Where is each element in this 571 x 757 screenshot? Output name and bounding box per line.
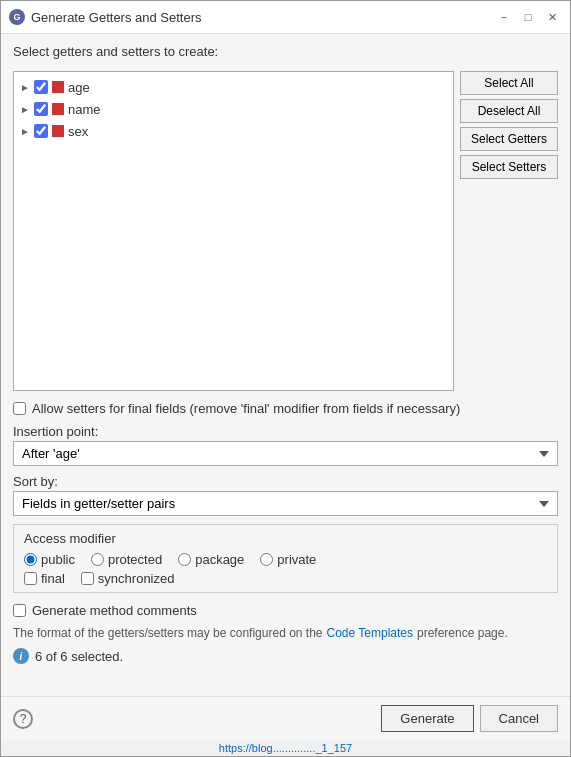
insertion-point-label: Insertion point: xyxy=(13,424,558,439)
radio-package-label[interactable]: package xyxy=(195,552,244,567)
maximize-button[interactable]: □ xyxy=(518,7,538,27)
window-controls: − □ ✕ xyxy=(494,7,562,27)
radio-package-input[interactable] xyxy=(178,553,191,566)
checkbox-final: final xyxy=(24,571,65,586)
tree-area: ► age ► name ► sex xyxy=(13,71,558,391)
generate-comments-row: Generate method comments xyxy=(13,603,558,618)
close-button[interactable]: ✕ xyxy=(542,7,562,27)
section-label: Select getters and setters to create: xyxy=(13,44,558,59)
deselect-all-button[interactable]: Deselect All xyxy=(460,99,558,123)
selected-count-row: i 6 of 6 selected. xyxy=(13,648,558,664)
generate-button[interactable]: Generate xyxy=(381,705,473,732)
window-title: Generate Getters and Setters xyxy=(31,10,494,25)
checkbox-synchronized: synchronized xyxy=(81,571,175,586)
sort-by-label: Sort by: xyxy=(13,474,558,489)
info-icon: i xyxy=(13,648,29,664)
allow-setters-checkbox[interactable] xyxy=(13,402,26,415)
field-icon-name xyxy=(52,103,64,115)
help-icon[interactable]: ? xyxy=(13,709,33,729)
tree-label-age: age xyxy=(68,80,90,95)
generate-comments-checkbox[interactable] xyxy=(13,604,26,617)
access-modifier-group: Access modifier public protected package… xyxy=(13,524,558,593)
final-label[interactable]: final xyxy=(41,571,65,586)
select-getters-button[interactable]: Select Getters xyxy=(460,127,558,151)
radio-private: private xyxy=(260,552,316,567)
info-prefix: The format of the getters/setters may be… xyxy=(13,626,323,640)
radio-private-label[interactable]: private xyxy=(277,552,316,567)
tree-arrow-age: ► xyxy=(20,82,34,93)
sort-by-dropdown[interactable]: Fields in getter/setter pairs xyxy=(13,491,558,516)
radio-protected-label[interactable]: protected xyxy=(108,552,162,567)
code-templates-link[interactable]: Code Templates xyxy=(327,626,414,640)
select-all-button[interactable]: Select All xyxy=(460,71,558,95)
tree-item-age[interactable]: ► age xyxy=(14,76,453,98)
window-icon: G xyxy=(9,9,25,25)
radio-protected-input[interactable] xyxy=(91,553,104,566)
info-suffix: preference page. xyxy=(417,626,508,640)
radio-public: public xyxy=(24,552,75,567)
cancel-button[interactable]: Cancel xyxy=(480,705,558,732)
checkbox-age[interactable] xyxy=(34,80,48,94)
generate-comments-label: Generate method comments xyxy=(32,603,197,618)
dialog-window: G Generate Getters and Setters − □ ✕ Sel… xyxy=(0,0,571,757)
url-text: https://blog.............._1_157 xyxy=(219,742,352,754)
synchronized-label[interactable]: synchronized xyxy=(98,571,175,586)
tree-panel[interactable]: ► age ► name ► sex xyxy=(13,71,454,391)
dialog-content: Select getters and setters to create: ► … xyxy=(1,34,570,696)
tree-item-sex[interactable]: ► sex xyxy=(14,120,453,142)
access-modifier-title: Access modifier xyxy=(24,531,547,546)
selected-count-text: 6 of 6 selected. xyxy=(35,649,123,664)
field-icon-age xyxy=(52,81,64,93)
tree-label-name: name xyxy=(68,102,101,117)
radio-public-label[interactable]: public xyxy=(41,552,75,567)
final-checkbox[interactable] xyxy=(24,572,37,585)
tree-item-name[interactable]: ► name xyxy=(14,98,453,120)
minimize-button[interactable]: − xyxy=(494,7,514,27)
action-buttons: Generate Cancel xyxy=(381,705,558,732)
tree-arrow-sex: ► xyxy=(20,126,34,137)
allow-setters-row: Allow setters for final fields (remove '… xyxy=(13,401,558,416)
insertion-point-dropdown[interactable]: After 'age' xyxy=(13,441,558,466)
synchronized-checkbox[interactable] xyxy=(81,572,94,585)
insertion-point-row: Insertion point: After 'age' xyxy=(13,424,558,466)
allow-setters-label: Allow setters for final fields (remove '… xyxy=(32,401,460,416)
select-setters-button[interactable]: Select Setters xyxy=(460,155,558,179)
bottom-bar: ? Generate Cancel xyxy=(1,696,570,740)
radio-public-input[interactable] xyxy=(24,553,37,566)
access-modifier-radios: public protected package private xyxy=(24,552,547,567)
radio-protected: protected xyxy=(91,552,162,567)
side-buttons-panel: Select All Deselect All Select Getters S… xyxy=(460,71,558,391)
tree-arrow-name: ► xyxy=(20,104,34,115)
checkbox-name[interactable] xyxy=(34,102,48,116)
url-bar: https://blog.............._1_157 xyxy=(1,740,570,756)
sort-by-row: Sort by: Fields in getter/setter pairs xyxy=(13,474,558,516)
title-bar: G Generate Getters and Setters − □ ✕ xyxy=(1,1,570,34)
checkbox-sex[interactable] xyxy=(34,124,48,138)
field-icon-sex xyxy=(52,125,64,137)
tree-label-sex: sex xyxy=(68,124,88,139)
info-row: The format of the getters/setters may be… xyxy=(13,626,558,640)
modifier-checkboxes: final synchronized xyxy=(24,571,547,586)
radio-package: package xyxy=(178,552,244,567)
radio-private-input[interactable] xyxy=(260,553,273,566)
